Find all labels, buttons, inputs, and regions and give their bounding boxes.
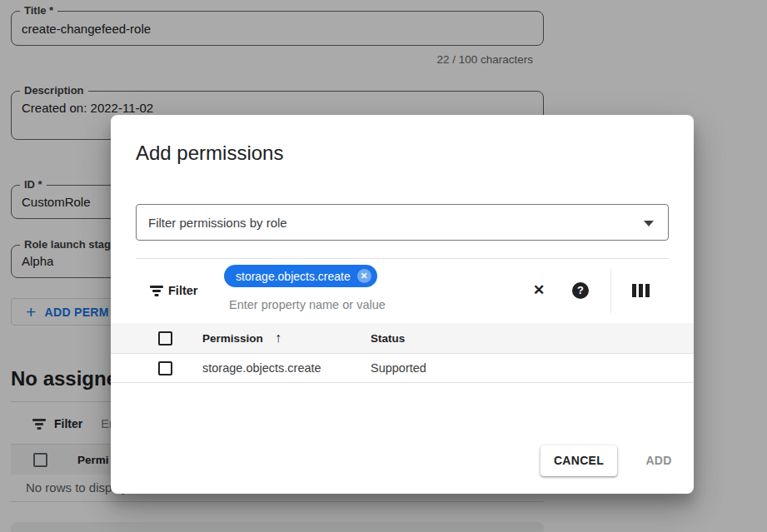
filter-icon xyxy=(150,286,163,296)
add-permissions-dialog: Add permissions Filter permissions by ro… xyxy=(111,115,694,494)
sort-ascending-icon[interactable]: ↑ xyxy=(275,331,281,346)
filter-by-role-placeholder: Filter permissions by role xyxy=(148,216,287,230)
permission-table-row[interactable]: storage.objects.create Supported xyxy=(111,353,694,383)
filter-input[interactable]: Enter property name or value xyxy=(229,298,386,311)
permission-column-header[interactable]: Permission xyxy=(202,332,263,345)
divider xyxy=(136,258,669,259)
filter-chip[interactable]: storage.objects.create ✕ xyxy=(224,265,377,287)
column-display-icon[interactable] xyxy=(632,284,650,297)
cancel-button[interactable]: CANCEL xyxy=(540,445,617,476)
filter-by-role-dropdown[interactable]: Filter permissions by role xyxy=(136,204,669,241)
status-column-header[interactable]: Status xyxy=(371,332,405,345)
row-checkbox[interactable] xyxy=(158,361,172,375)
divider xyxy=(610,268,611,313)
clear-filters-icon[interactable]: ✕ xyxy=(529,281,549,301)
help-icon[interactable]: ? xyxy=(572,282,589,299)
permission-cell: storage.objects.create xyxy=(202,361,321,375)
dialog-title: Add permissions xyxy=(136,142,283,165)
select-all-checkbox[interactable] xyxy=(158,331,172,346)
status-cell: Supported xyxy=(371,361,426,375)
permissions-table-header: Permission ↑ Status xyxy=(111,323,694,353)
add-button[interactable]: ADD xyxy=(634,445,684,476)
create-role-screen: Title * create-changefeed-role 22 / 100 … xyxy=(0,0,767,532)
filter-chip-label: storage.objects.create xyxy=(236,270,351,283)
chevron-down-icon xyxy=(644,221,654,226)
chip-remove-icon[interactable]: ✕ xyxy=(357,269,371,283)
filter-label: Filter xyxy=(168,284,197,297)
